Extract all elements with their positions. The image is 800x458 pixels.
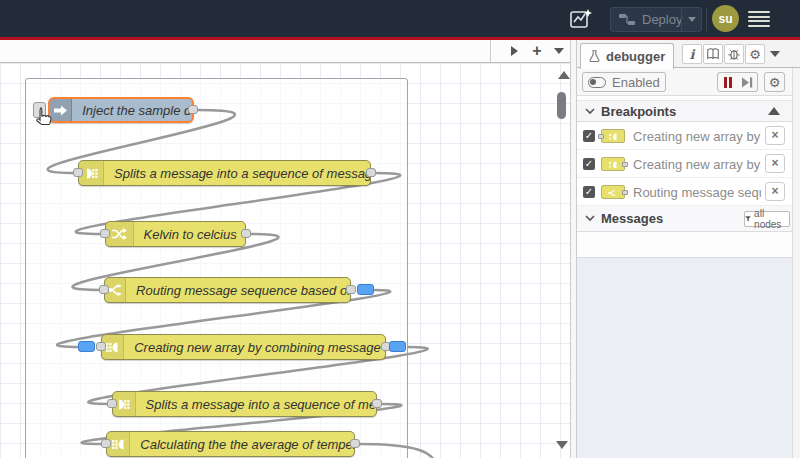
filter-funnel-icon [745,215,751,223]
deploy-button[interactable]: Deploy [610,7,702,32]
node-split[interactable]: Splits a message into a sequence of mess… [78,160,371,186]
pause-button[interactable] [717,72,738,92]
triangle-right-icon [511,46,518,56]
flask-icon [588,49,601,64]
flow-canvas[interactable]: Inject the sample data Splits a message … [0,63,570,458]
tab-info-button[interactable]: i [682,44,702,64]
input-port[interactable] [73,168,83,177]
switch-node-mini-icon [601,185,625,199]
sidebar-scrollbar-gutter[interactable] [792,68,800,458]
gear-icon: ⚙ [749,47,761,62]
step-button[interactable] [737,72,758,92]
step-next-icon [741,77,753,88]
output-port[interactable] [188,105,198,114]
output-port[interactable] [372,399,382,408]
tab-debug-messages-button[interactable] [724,44,744,64]
breakpoint-marker-input[interactable] [78,341,95,352]
messages-section-header[interactable]: Messages all nodes [577,206,800,232]
menu-bar-icon [748,11,770,13]
node-split[interactable]: Splits a message into a sequence of mess… [112,391,377,417]
sidebar-tab-list-button[interactable] [766,44,784,64]
node-switch[interactable]: Routing message sequence based on condit… [104,277,351,303]
avatar-initials: su [718,12,732,26]
node-label: Splits a message into a sequence of mess… [104,166,370,181]
node-join[interactable]: Creating new array by combining message … [101,334,386,360]
header-divider [706,7,707,31]
breakpoint-remove-button[interactable]: × [765,154,785,173]
input-port[interactable] [99,285,109,294]
header-bar: Deploy su [0,0,800,37]
input-port[interactable] [101,439,111,448]
tab-scroll-right-button[interactable] [504,42,524,60]
list-scroll-up-icon[interactable] [768,107,780,115]
workspace-tab-bar: + [0,40,570,63]
breakpoint-checkbox[interactable]: ✓ [583,186,595,198]
input-port[interactable] [107,399,117,408]
breakpoint-marker-output[interactable] [389,341,406,352]
canvas-scroll-down-button[interactable] [556,441,568,449]
deploy-options-button[interactable] [681,8,701,31]
output-port[interactable] [350,439,360,448]
breakpoints-title: Breakpoints [601,104,676,119]
output-port[interactable] [366,168,376,177]
mini-output-port [622,190,628,195]
info-icon: i [690,47,695,62]
breakpoint-checkbox[interactable]: ✓ [583,130,595,142]
user-avatar[interactable]: su [712,5,739,32]
book-icon [706,47,720,61]
flow-list-button[interactable] [549,42,569,60]
join-node-mini-icon [601,157,625,171]
output-port[interactable] [241,229,251,238]
breakpoint-checkbox[interactable]: ✓ [583,158,595,170]
flow-assistant-button[interactable] [565,4,597,34]
debugger-enabled-toggle[interactable]: Enabled [582,72,666,92]
mini-input-port [598,134,604,139]
join-node-mini-icon [601,129,625,143]
canvas-scroll-up-button[interactable] [558,71,570,79]
node-label: Inject the sample data [72,103,192,118]
breakpoint-label: Creating new array by combining message … [633,157,761,172]
node-label: Routing message sequence based on condit… [126,283,350,298]
node-join[interactable]: Calculating the the average of temperatu… [106,431,355,457]
node-label: Splits a message into a sequence of mess… [136,397,376,412]
wire[interactable] [358,444,437,458]
breakpoint-marker-output[interactable] [357,284,374,295]
output-port[interactable] [346,285,356,294]
node-inject[interactable]: Inject the sample data [48,97,194,123]
messages-filter-button[interactable]: all nodes [744,211,790,227]
chevron-down-icon [688,17,696,22]
sidebar-resize-handle[interactable] [570,40,577,458]
main-menu-button[interactable] [748,9,770,29]
breakpoints-section-header[interactable]: Breakpoints [577,100,800,122]
input-port[interactable] [96,342,106,351]
messages-panel [577,257,800,458]
bug-icon [727,47,741,61]
tab-help-button[interactable] [703,44,723,64]
breakpoint-remove-button[interactable]: × [765,182,785,201]
node-change[interactable]: Kelvin to celcius [105,221,246,247]
shuffle-icon [106,222,134,246]
node-label: Kelvin to celcius [134,227,246,242]
gear-icon: ⚙ [769,75,781,90]
tab-debugger[interactable]: debugger [580,43,674,69]
plus-icon: + [532,43,541,59]
menu-bar-icon [748,25,770,27]
add-flow-button[interactable]: + [527,42,547,60]
inject-arrow-icon [50,99,72,121]
tab-bar-divider [490,40,491,62]
breakpoint-remove-button[interactable]: × [765,126,785,145]
node-label: Creating new array by combining message … [124,340,385,355]
breakpoint-row: ✓ Routing message sequence based on cond… [577,178,800,206]
pause-icon [723,77,733,88]
deploy-label: Deploy [642,12,682,27]
chevron-down-icon [585,108,595,115]
canvas-scrollbar-thumb[interactable] [557,92,566,119]
debugger-settings-button[interactable]: ⚙ [764,72,785,92]
menu-bar-icon [748,16,770,18]
tab-config-nodes-button[interactable]: ⚙ [745,44,765,64]
inject-trigger-button[interactable] [33,102,46,118]
toggle-icon [588,77,606,88]
enabled-label: Enabled [612,75,660,90]
debugger-toolbar: Enabled ⚙ [577,68,800,96]
input-port[interactable] [100,229,110,238]
